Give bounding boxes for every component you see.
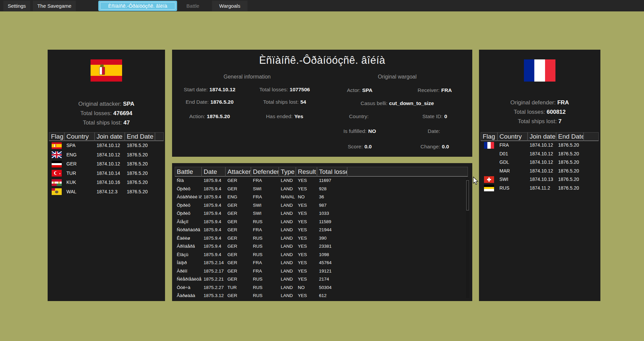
general-row: Action:1876.5.20 Has ended:Yes bbox=[172, 113, 322, 120]
battle-date: 1875.2.27 bbox=[202, 284, 225, 292]
battle-result: YES bbox=[296, 242, 317, 251]
country-tag: GDL bbox=[497, 158, 528, 167]
original-wargoal-section: Original wargoal Actor:SPA Receiver:FRA … bbox=[322, 50, 473, 157]
battle-name: Âàðøàâà bbox=[175, 292, 202, 300]
wargoal-row: Score:0.0 Change:0.0 bbox=[322, 143, 473, 150]
tab-battle-disabled[interactable]: Battle bbox=[181, 1, 205, 11]
participant-row[interactable]: KUK 1874.10.16 1876.5.20 bbox=[49, 178, 164, 187]
battle-result: YES bbox=[296, 201, 317, 210]
table-header-row: Flag Country Join date End Date bbox=[49, 132, 164, 141]
battle-date: 1875.2.14 bbox=[202, 259, 225, 267]
scrollbar-thumb[interactable] bbox=[466, 180, 469, 210]
battle-row[interactable]: Âàðøàâà 1875.3.12 GER RUS LAND YES 612 bbox=[175, 292, 468, 300]
column-header-battle[interactable]: Battle bbox=[175, 167, 202, 177]
battle-name: Êàëèø bbox=[175, 234, 202, 243]
battle-row[interactable]: Ñêåðíåâèöå 1875.2.21 GER RUS LAND YES 21… bbox=[175, 275, 468, 284]
battle-row[interactable]: Íàìþð 1875.2.14 GER FRA LAND YES 45764 bbox=[175, 259, 468, 267]
column-header-end-date[interactable]: End Date bbox=[556, 132, 584, 141]
filler-cell bbox=[347, 284, 468, 292]
column-header-total-losses[interactable]: Total losses bbox=[317, 167, 347, 177]
battle-row[interactable]: Àðëîí 1875.2.17 GER FRA LAND YES 19121 bbox=[175, 267, 468, 276]
column-header-join-date[interactable]: Join date bbox=[95, 132, 125, 141]
defender-flag-france bbox=[524, 59, 555, 82]
column-header-filler[interactable] bbox=[584, 132, 599, 141]
filler-cell bbox=[155, 141, 164, 150]
battle-name: Öþðèõ bbox=[175, 185, 202, 193]
tab-war-selected[interactable]: Èñïàíñê.-Ôðàíöóçñê. âîéíà bbox=[98, 1, 177, 11]
participant-row[interactable]: SWI 1874.10.13 1876.5.20 bbox=[481, 175, 599, 184]
battle-row[interactable]: Ñòðàñáóðã 1875.9.4 GER FRA LAND YES 2194… bbox=[175, 226, 468, 234]
filler-cell bbox=[347, 242, 468, 251]
stat-line: Total losses: 600812 bbox=[479, 107, 600, 117]
battle-row[interactable]: Áðîìáåðã 1875.9.4 GER RUS LAND YES 23381 bbox=[175, 242, 468, 251]
total-losses-label: Total losses: bbox=[259, 87, 288, 93]
filler-cell bbox=[155, 159, 164, 169]
tab-wargoals[interactable]: Wargoals bbox=[212, 1, 248, 11]
participant-row[interactable]: ENG 1874.10.12 1876.5.20 bbox=[49, 150, 164, 160]
battle-result: YES bbox=[296, 292, 317, 300]
filler-cell bbox=[155, 169, 164, 178]
battle-total-losses: 390 bbox=[317, 234, 347, 243]
battle-result: YES bbox=[296, 259, 317, 267]
participant-row[interactable]: TUR 1874.10.14 1876.5.20 bbox=[49, 169, 164, 178]
column-header-flag[interactable]: Flag bbox=[481, 132, 497, 141]
general-row: End Date:1876.5.20 Total ships lost:54 bbox=[172, 99, 322, 105]
filler-cell bbox=[347, 251, 468, 259]
receiver-value: FRA bbox=[441, 87, 452, 93]
flag-cell bbox=[49, 187, 64, 197]
column-header-country[interactable]: Country bbox=[64, 132, 95, 141]
column-header-join-date[interactable]: Join date bbox=[528, 132, 556, 141]
filler-cell bbox=[347, 292, 468, 300]
battle-result: YES bbox=[296, 218, 317, 226]
participant-row[interactable]: D01 1874.10.12 1876.5.20 bbox=[481, 150, 599, 158]
tab-the-savegame[interactable]: The Savegame bbox=[33, 1, 76, 11]
battle-row[interactable]: Êàëèø 1875.9.4 GER RUS LAND YES 390 bbox=[175, 234, 468, 243]
general-row: Start date:1874.10.12 Total losses:10775… bbox=[172, 86, 322, 93]
war-summary-panel: Èñïàíñê.-Ôðàíöóçñê. âîéíà General inform… bbox=[172, 50, 472, 157]
participant-row[interactable]: FRA 1874.10.12 1876.5.20 bbox=[481, 141, 599, 150]
column-header-date[interactable]: Date bbox=[202, 167, 225, 177]
column-header-result[interactable]: Result bbox=[296, 167, 317, 177]
battle-row[interactable]: Äóâðñêèé ïðîëèâ 1875.9.4 ENG FRA NAVAL N… bbox=[175, 193, 468, 201]
join-date: 1874.10.12 bbox=[95, 159, 125, 169]
column-header-flag[interactable]: Flag bbox=[49, 132, 64, 141]
participant-row[interactable]: GDL 1874.10.12 1876.5.20 bbox=[481, 158, 599, 167]
battle-type: LAND bbox=[279, 201, 296, 210]
battle-row[interactable]: Ñïà 1875.9.4 GER FRA LAND YES 11697 bbox=[175, 177, 468, 185]
battle-row[interactable]: Öþðèõ 1875.9.4 GER SWI LAND YES 1033 bbox=[175, 209, 468, 218]
participant-row[interactable]: WAL 1874.12.3 1876.5.20 bbox=[49, 187, 164, 197]
end-date: 1876.5.20 bbox=[556, 150, 584, 158]
start-date-label: Start date: bbox=[184, 87, 208, 93]
battle-row[interactable]: Òóë÷à 1875.2.27 TUR RUS LAND NO 50304 bbox=[175, 284, 468, 292]
column-header-defender[interactable]: Defender bbox=[251, 167, 279, 177]
column-header-type[interactable]: Type bbox=[279, 167, 296, 177]
actor-value: SPA bbox=[362, 87, 373, 93]
participant-row[interactable]: RUS 1874.11.2 1876.5.20 bbox=[481, 184, 599, 193]
participant-row[interactable]: GER 1874.10.12 1876.5.20 bbox=[49, 159, 164, 169]
battle-row[interactable]: Öþðèõ 1875.9.4 GER SWI LAND YES 987 bbox=[175, 201, 468, 210]
battle-date: 1875.2.21 bbox=[202, 275, 225, 284]
participant-row[interactable]: SPA 1874.10.12 1876.5.20 bbox=[49, 141, 164, 150]
tab-settings[interactable]: Settings bbox=[3, 1, 30, 11]
column-header-country[interactable]: Country bbox=[497, 132, 528, 141]
column-header-attacker[interactable]: Attacker bbox=[225, 167, 251, 177]
participant-row[interactable]: MAR 1874.10.12 1876.5.20 bbox=[481, 167, 599, 176]
battle-table-scrollbar[interactable] bbox=[466, 178, 469, 298]
battle-row[interactable]: Öþðèõ 1875.9.4 GER SWI LAND YES 928 bbox=[175, 185, 468, 193]
battles-table: Battle Date Attacker Defender Type Resul… bbox=[175, 167, 468, 300]
wargoal-row: Casus belli:cut_down_to_size bbox=[322, 100, 473, 107]
column-header-filler[interactable] bbox=[155, 132, 164, 141]
wargoal-row: Is fulfilled:NO Date: bbox=[322, 128, 473, 135]
join-date: 1874.10.12 bbox=[528, 141, 556, 150]
end-date: 1876.5.20 bbox=[556, 158, 584, 167]
battle-row[interactable]: Ãíåçíî 1875.9.4 GER RUS LAND YES 11589 bbox=[175, 218, 468, 226]
column-header-filler[interactable] bbox=[347, 167, 468, 177]
battle-date: 1875.9.4 bbox=[202, 185, 225, 193]
battle-total-losses: 987 bbox=[317, 201, 347, 210]
battle-result: YES bbox=[296, 251, 317, 259]
date-label: Date: bbox=[428, 128, 440, 134]
battle-total-losses: 19121 bbox=[317, 267, 347, 276]
column-header-end-date[interactable]: End Date bbox=[125, 132, 155, 141]
battle-row[interactable]: Ëîäçü 1875.9.4 GER RUS LAND YES 1098 bbox=[175, 251, 468, 259]
battle-result: YES bbox=[296, 267, 317, 276]
